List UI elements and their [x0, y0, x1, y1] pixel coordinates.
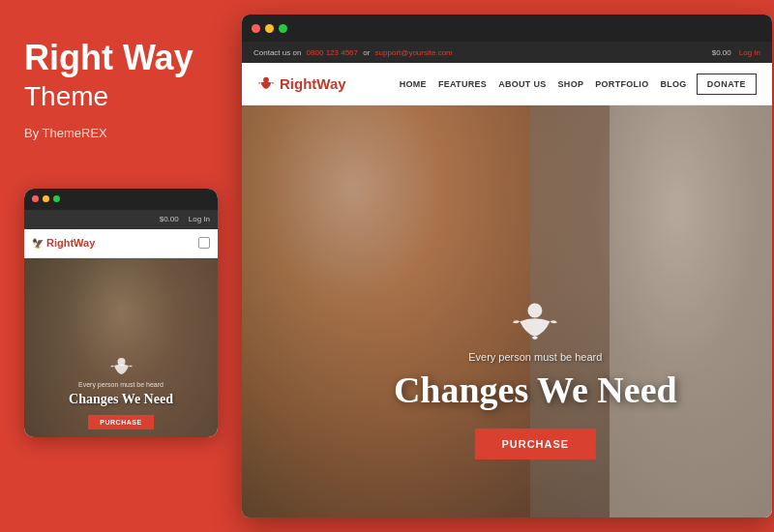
left-panel: Right Way Theme By ThemeREX $0.00 Log In… [0, 0, 237, 532]
mobile-status-bar: $0.00 Log In [24, 210, 218, 229]
desktop-status-right: $0.00 Log In [712, 48, 760, 57]
desktop-mockup: Contact us on 0800 123 4567 or support@y… [242, 15, 772, 517]
desktop-nav: RightWay HOME FEATURES ABOUT US SHOP POR… [242, 63, 772, 105]
desktop-phone: 0800 123 4567 [307, 48, 358, 57]
nav-about[interactable]: ABOUT US [498, 79, 546, 89]
mobile-cta-button[interactable]: PURCHASE [88, 415, 153, 429]
mobile-logo: 🦅 RightWay [32, 237, 95, 249]
desktop-eagle-icon [257, 75, 275, 93]
hero-headline: Changes We Need [394, 369, 677, 411]
mobile-menu-icon [198, 237, 210, 249]
desktop-login-link[interactable]: Log In [739, 48, 760, 57]
desktop-dot-green [279, 24, 287, 33]
theme-by-label: By ThemeREX [24, 126, 107, 140]
mobile-topbar [24, 189, 218, 210]
mobile-tagline: Every person must be heard [32, 381, 210, 388]
mobile-mockup: $0.00 Log In 🦅 RightWay [24, 189, 218, 437]
desktop-dot-red [252, 24, 260, 33]
desktop-nav-links: HOME FEATURES ABOUT US SHOP PORTFOLIO BL… [400, 79, 687, 89]
desktop-logo-text: RightWay [280, 75, 346, 92]
hero-eagle-emblem [394, 301, 677, 347]
nav-blog[interactable]: BLOG [660, 79, 686, 89]
theme-title-line1: Right Way [24, 39, 194, 77]
mobile-dot-green [53, 195, 60, 202]
hero-tagline: Every person must be heard [394, 351, 677, 363]
nav-home[interactable]: HOME [400, 79, 427, 89]
desktop-logo: RightWay [257, 75, 346, 93]
desktop-cart-price: $0.00 [712, 48, 731, 57]
hero-cta-button[interactable]: PURCHASE [474, 429, 596, 459]
mobile-dot-red [32, 195, 39, 202]
mobile-headline: Changes We Need [32, 392, 210, 407]
mobile-hero-content: Every person must be heard Changes We Ne… [24, 348, 218, 437]
svg-point-2 [528, 304, 543, 318]
mobile-login: Log In [189, 215, 210, 223]
desktop-email: support@yoursite.com [375, 48, 453, 57]
mobile-eagle-icon: 🦅 [32, 238, 44, 249]
mobile-hero: Every person must be heard Changes We Ne… [24, 258, 218, 437]
desktop-hero: Every person must be heard Changes We Ne… [242, 105, 772, 517]
nav-portfolio[interactable]: PORTFOLIO [595, 79, 648, 89]
mobile-dot-yellow [43, 195, 49, 202]
desktop-status-bar: Contact us on 0800 123 4567 or support@y… [242, 42, 772, 63]
donate-button[interactable]: DONATE [697, 74, 757, 95]
desktop-contact-info: Contact us on 0800 123 4567 or support@y… [253, 48, 712, 57]
desktop-topbar [242, 15, 772, 42]
mobile-nav: 🦅 RightWay [24, 229, 218, 258]
nav-features[interactable]: FEATURES [438, 79, 487, 89]
theme-title-line2: Theme [24, 81, 108, 112]
desktop-hero-content: Every person must be heard Changes We Ne… [394, 301, 677, 459]
mobile-price: $0.00 [160, 215, 179, 223]
desktop-dot-yellow [265, 24, 274, 33]
nav-shop[interactable]: SHOP [558, 79, 584, 89]
mobile-eagle-emblem [32, 356, 210, 379]
